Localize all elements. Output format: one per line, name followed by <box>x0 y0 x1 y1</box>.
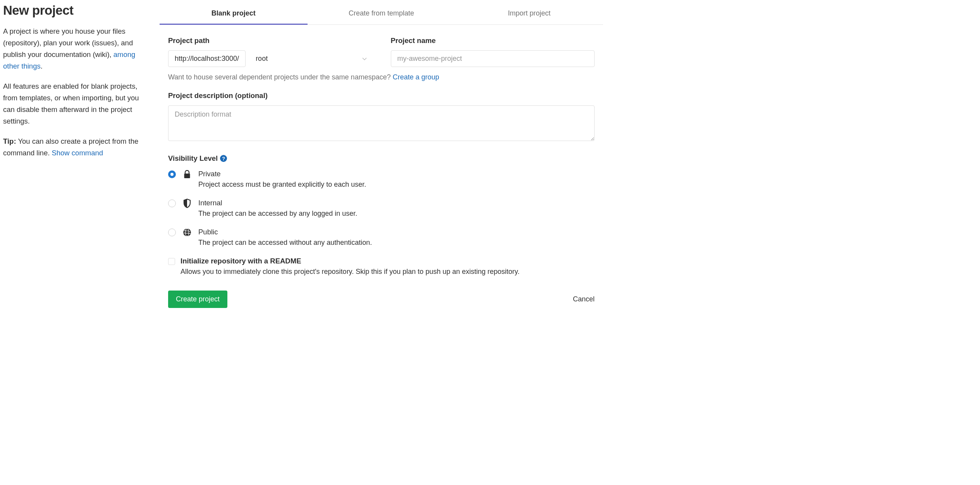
create-group-link[interactable]: Create a group <box>393 73 439 81</box>
tab-create-from-template[interactable]: Create from template <box>308 3 456 24</box>
show-command-link[interactable]: Show command <box>52 149 103 157</box>
visibility-title-internal: Internal <box>198 199 595 207</box>
main-content: Blank project Create from template Impor… <box>156 3 603 308</box>
globe-icon <box>183 228 191 237</box>
visibility-desc-public: The project can be accessed without any … <box>198 239 595 247</box>
visibility-option-public[interactable]: Public The project can be accessed witho… <box>168 228 595 247</box>
visibility-radio-internal[interactable] <box>168 200 176 207</box>
tabs: Blank project Create from template Impor… <box>160 3 603 25</box>
svg-point-1 <box>183 229 191 236</box>
shield-icon <box>183 199 191 208</box>
sidebar-tip: Tip: You can also create a project from … <box>3 136 144 159</box>
namespace-select[interactable]: root <box>250 50 372 67</box>
cancel-button[interactable]: Cancel <box>573 295 595 303</box>
svg-rect-0 <box>184 174 190 178</box>
project-description-label: Project description (optional) <box>168 91 595 100</box>
help-icon[interactable]: ? <box>220 155 227 162</box>
tip-label: Tip: <box>3 137 16 145</box>
project-path-label: Project path <box>168 36 372 45</box>
project-path-prefix: http://localhost:3000/ <box>168 50 246 67</box>
readme-title: Initialize repository with a README <box>181 257 595 265</box>
visibility-radio-private[interactable] <box>168 170 176 178</box>
visibility-desc-internal: The project can be accessed by any logge… <box>198 210 595 218</box>
sidebar-intro-1: A project is where you house your files … <box>3 26 144 72</box>
readme-option[interactable]: Initialize repository with a README Allo… <box>168 257 595 276</box>
readme-desc: Allows you to immediately clone this pro… <box>181 268 595 276</box>
visibility-title-public: Public <box>198 228 595 236</box>
visibility-option-internal[interactable]: Internal The project can be accessed by … <box>168 199 595 218</box>
sidebar: New project A project is where you house… <box>3 3 156 308</box>
tab-import-project[interactable]: Import project <box>455 3 603 24</box>
chevron-down-icon <box>362 57 367 60</box>
visibility-level-label: Visibility Level <box>168 154 218 163</box>
visibility-title-private: Private <box>198 170 595 178</box>
visibility-option-private[interactable]: Private Project access must be granted e… <box>168 170 595 189</box>
page-title: New project <box>3 3 144 18</box>
create-project-button[interactable]: Create project <box>168 291 227 308</box>
readme-checkbox[interactable] <box>168 258 175 265</box>
project-name-label: Project name <box>391 36 595 45</box>
namespace-selected-value: root <box>256 55 268 63</box>
project-name-input[interactable] <box>391 50 595 67</box>
project-description-input[interactable] <box>168 105 595 141</box>
tab-blank-project[interactable]: Blank project <box>160 3 308 24</box>
lock-icon <box>183 170 191 179</box>
visibility-radio-public[interactable] <box>168 229 176 236</box>
visibility-desc-private: Project access must be granted explicitl… <box>198 181 595 189</box>
group-hint: Want to house several dependent projects… <box>168 73 595 81</box>
form: Project path http://localhost:3000/ root… <box>160 36 603 308</box>
sidebar-intro-2: All features are enabled for blank proje… <box>3 81 144 127</box>
